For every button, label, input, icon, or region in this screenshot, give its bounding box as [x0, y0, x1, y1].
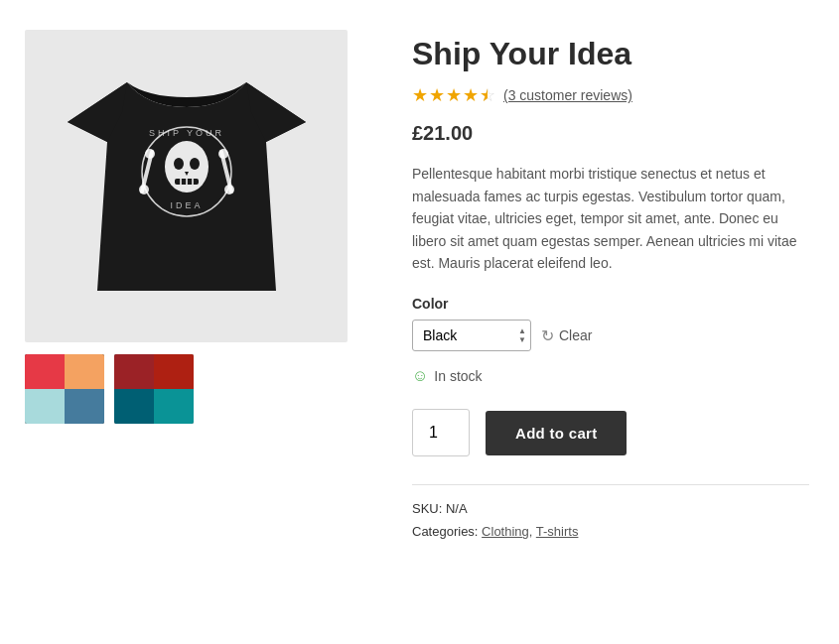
- category-clothing-link[interactable]: Clothing: [482, 524, 529, 539]
- svg-point-2: [174, 158, 184, 170]
- category-tshirts-link[interactable]: T-shirts: [536, 524, 579, 539]
- svg-point-13: [224, 185, 234, 194]
- svg-point-10: [139, 185, 149, 194]
- color-row: Black White Red Blue ▲ ▼ ↻ Clear: [412, 320, 809, 351]
- thumbnail-1[interactable]: [25, 354, 104, 424]
- main-product-image: SHIP YOUR IDEA: [25, 30, 348, 342]
- sku-row: SKU: N/A: [412, 501, 809, 516]
- in-stock-row: ☺ In stock: [412, 367, 809, 385]
- reviews-link[interactable]: (3 customer reviews): [503, 87, 632, 103]
- product-price: £21.00: [412, 122, 809, 145]
- quantity-input[interactable]: 1: [412, 409, 470, 456]
- clear-button[interactable]: ↻ Clear: [541, 326, 592, 345]
- in-stock-label: In stock: [434, 368, 482, 384]
- divider: [412, 484, 809, 485]
- star-rating: ★ ★ ★ ★ ☆: [412, 84, 495, 106]
- smile-icon: ☺: [412, 367, 428, 385]
- star-4: ★: [463, 84, 479, 106]
- sku-label: SKU:: [412, 501, 442, 516]
- svg-text:IDEA: IDEA: [170, 200, 203, 210]
- add-to-cart-button[interactable]: Add to cart: [486, 411, 627, 455]
- svg-point-3: [190, 158, 200, 170]
- product-title: Ship Your Idea: [412, 35, 809, 72]
- reviews-row: ★ ★ ★ ★ ☆ (3 customer reviews): [412, 84, 809, 106]
- product-details-column: Ship Your Idea ★ ★ ★ ★ ☆ (3 customer rev…: [412, 30, 809, 547]
- clear-label: Clear: [559, 327, 592, 343]
- refresh-icon: ↻: [541, 326, 554, 345]
- star-2: ★: [429, 84, 445, 106]
- thumbnail-2[interactable]: [114, 354, 194, 424]
- product-images-column: SHIP YOUR IDEA: [25, 30, 372, 547]
- svg-point-1: [165, 141, 209, 193]
- color-label: Color: [412, 296, 809, 312]
- svg-point-9: [145, 149, 155, 159]
- categories-row: Categories: Clothing, T-shirts: [412, 524, 809, 539]
- add-to-cart-row: 1 Add to cart: [412, 409, 809, 456]
- star-3: ★: [446, 84, 462, 106]
- star-5: ☆: [480, 84, 495, 106]
- sku-value: N/A: [446, 501, 468, 516]
- categories-label: Categories:: [412, 524, 478, 539]
- svg-text:SHIP YOUR: SHIP YOUR: [148, 128, 223, 138]
- thumbnail-gallery: [25, 354, 372, 424]
- product-description: Pellentesque habitant morbi tristique se…: [412, 163, 809, 274]
- star-1: ★: [412, 84, 428, 106]
- tshirt-svg: SHIP YOUR IDEA: [68, 53, 306, 321]
- svg-point-12: [218, 149, 228, 159]
- color-select-wrapper: Black White Red Blue ▲ ▼: [412, 320, 531, 351]
- color-select[interactable]: Black White Red Blue: [412, 320, 531, 351]
- product-page: SHIP YOUR IDEA Ship Your Idea ★: [0, 0, 839, 577]
